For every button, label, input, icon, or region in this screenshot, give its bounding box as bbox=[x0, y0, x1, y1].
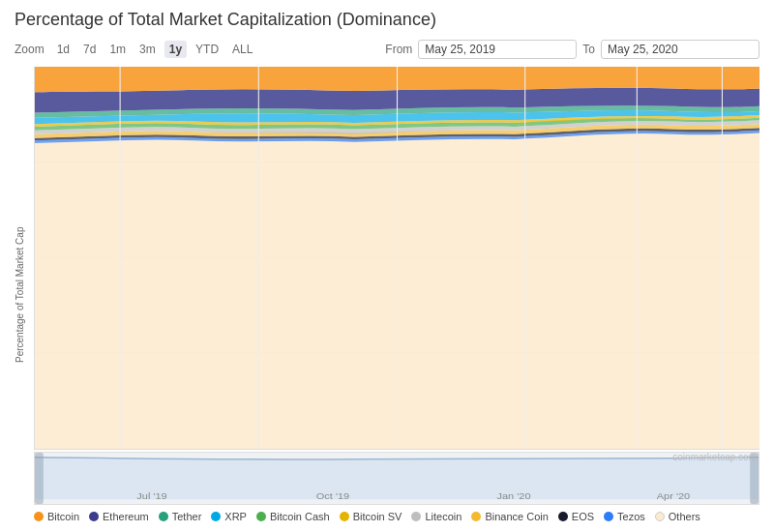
zoom-ytd[interactable]: YTD bbox=[191, 41, 223, 58]
to-date-input[interactable] bbox=[601, 40, 759, 59]
legend-bitcoin-sv: Bitcoin SV bbox=[340, 511, 402, 522]
others-label: Others bbox=[669, 511, 700, 522]
chart-area: Percentage of Total Market Cap bbox=[15, 67, 759, 522]
main-chart-svg: 0% 25% 50% 75% 100% Jul '19 Sep '19 Nov … bbox=[35, 67, 759, 449]
legend-xrp: XRP bbox=[211, 511, 247, 522]
tezos-label: Tezos bbox=[617, 511, 645, 522]
legend-tether: Tether bbox=[159, 511, 202, 522]
binance-coin-dot bbox=[471, 512, 481, 521]
others-dot bbox=[655, 512, 665, 521]
svg-text:Oct '19: Oct '19 bbox=[316, 491, 350, 501]
from-date-input[interactable] bbox=[418, 40, 577, 59]
tether-dot bbox=[159, 512, 168, 521]
mini-chart-svg: Jul '19 Oct '19 Jan '20 Apr '20 bbox=[35, 453, 759, 504]
binance-coin-label: Binance Coin bbox=[485, 511, 548, 522]
legend-eos: EOS bbox=[558, 511, 594, 522]
page-title: Percentage of Total Market Capitalizatio… bbox=[15, 10, 759, 30]
zoom-1d[interactable]: 1d bbox=[52, 41, 74, 58]
zoom-all[interactable]: ALL bbox=[227, 41, 257, 58]
svg-text:Jul '19: Jul '19 bbox=[136, 491, 167, 501]
ethereum-label: Ethereum bbox=[103, 511, 149, 522]
bitcoin-sv-dot bbox=[340, 512, 349, 521]
svg-text:Jan '20: Jan '20 bbox=[496, 491, 530, 501]
svg-text:Apr '20: Apr '20 bbox=[657, 491, 691, 501]
legend-tezos: Tezos bbox=[604, 511, 645, 522]
legend-ethereum: Ethereum bbox=[89, 511, 149, 522]
legend: Bitcoin Ethereum Tether XRP Bitcoin Cash bbox=[34, 511, 759, 522]
zoom-label: Zoom bbox=[15, 43, 45, 56]
eos-dot bbox=[558, 512, 568, 521]
bitcoin-sv-label: Bitcoin SV bbox=[353, 511, 402, 522]
watermark: coinmarketcap.com bbox=[672, 452, 757, 462]
legend-bitcoin-cash: Bitcoin Cash bbox=[256, 511, 330, 522]
zoom-1y[interactable]: 1y bbox=[164, 41, 187, 58]
tether-label: Tether bbox=[172, 511, 202, 522]
eos-label: EOS bbox=[572, 511, 594, 522]
date-section: From To bbox=[385, 40, 759, 59]
y-axis-label: Percentage of Total Market Cap bbox=[15, 67, 32, 522]
xrp-dot bbox=[211, 512, 221, 521]
zoom-3m[interactable]: 3m bbox=[134, 41, 161, 58]
chart-wrapper: 0% 25% 50% 75% 100% Jul '19 Sep '19 Nov … bbox=[34, 67, 759, 522]
legend-binance-coin: Binance Coin bbox=[471, 511, 548, 522]
zoom-1m[interactable]: 1m bbox=[104, 41, 131, 58]
legend-litecoin: Litecoin bbox=[411, 511, 461, 522]
litecoin-dot bbox=[411, 512, 421, 521]
to-label: To bbox=[582, 43, 595, 56]
bitcoin-label: Bitcoin bbox=[47, 511, 79, 522]
legend-bitcoin: Bitcoin bbox=[34, 511, 79, 522]
bitcoin-cash-dot bbox=[256, 512, 266, 521]
main-chart: 0% 25% 50% 75% 100% Jul '19 Sep '19 Nov … bbox=[34, 67, 759, 450]
from-label: From bbox=[385, 43, 412, 56]
ethereum-dot bbox=[89, 512, 99, 521]
mini-chart[interactable]: Jul '19 Oct '19 Jan '20 Apr '20 bbox=[34, 452, 759, 505]
litecoin-label: Litecoin bbox=[425, 511, 461, 522]
zoom-7d[interactable]: 7d bbox=[78, 41, 101, 58]
xrp-label: XRP bbox=[224, 511, 247, 522]
zoom-section: Zoom 1d 7d 1m 3m 1y YTD ALL bbox=[15, 41, 257, 58]
controls-bar: Zoom 1d 7d 1m 3m 1y YTD ALL From To bbox=[15, 40, 759, 59]
bitcoin-cash-label: Bitcoin Cash bbox=[270, 511, 330, 522]
page-container: Percentage of Total Market Capitalizatio… bbox=[0, 0, 774, 532]
bitcoin-dot bbox=[34, 512, 44, 521]
legend-others: Others bbox=[655, 511, 700, 522]
tezos-dot bbox=[604, 512, 613, 521]
